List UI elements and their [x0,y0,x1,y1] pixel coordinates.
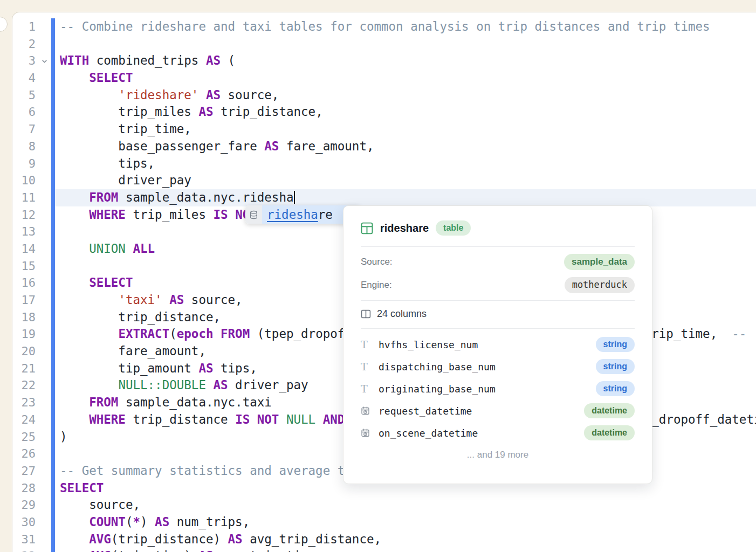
datetime-type-icon [361,406,373,416]
line-number[interactable]: 5 [12,87,37,104]
line-number[interactable]: 22 [12,377,37,394]
column-type-badge: string [596,359,635,374]
code-line[interactable]: 32 AVG(trip_time) AS avg_trip_time, [12,548,756,552]
column-row: Thvfhs_license_numstring [361,336,635,353]
code-token: avg_trip_time, [213,549,322,552]
line-number[interactable]: 20 [12,343,37,360]
code-line-text[interactable]: driver_pay [55,172,756,189]
engine-label: Engine: [361,280,392,291]
line-number[interactable]: 12 [12,206,37,224]
code-line-text[interactable]: FROM sample_data.nyc.ridesha [55,189,756,206]
code-line-text[interactable]: AVG(trip_time) AS avg_trip_time, [55,548,756,552]
code-token: tips, [60,156,155,170]
code-token: (trip_time) [111,549,199,552]
code-line[interactable]: 7 trip_time, [12,121,756,138]
line-number[interactable]: 10 [12,172,37,189]
line-number[interactable]: 26 [12,445,37,463]
table-card-header: rideshare table [361,220,635,236]
code-token: source, [184,293,242,307]
code-line-text[interactable]: trip_miles AS trip_distance, [55,104,756,121]
code-line[interactable]: 9 tips, [12,155,756,172]
fold-chevron-icon[interactable] [37,52,51,70]
code-token [60,549,89,552]
code-line-text[interactable]: SELECT [55,70,756,87]
code-line-text[interactable] [55,36,756,53]
fold-gutter [37,326,51,343]
code-line[interactable]: 2 [12,36,756,53]
line-number[interactable]: 13 [12,223,37,240]
line-number[interactable]: 30 [12,514,37,531]
code-token: 'rideshare' [118,88,198,102]
code-line[interactable]: 30 COUNT(*) AS num_trips, [12,514,756,531]
datetime-type-icon [361,428,370,438]
line-number[interactable]: 23 [12,394,37,411]
line-number[interactable]: 21 [12,360,37,377]
code-line[interactable]: 10 driver_pay [12,172,756,189]
code-line-text[interactable]: AVG(trip_distance) AS avg_trip_distance, [55,531,756,548]
line-number[interactable]: 25 [12,429,37,446]
fold-gutter [37,274,51,292]
code-line[interactable]: 4 SELECT [12,70,756,87]
gutter-change-bar [51,87,55,104]
code-line-text[interactable]: WITH combined_trips AS ( [55,52,756,70]
code-line[interactable]: 29 source, [12,496,756,514]
code-line[interactable]: 6 trip_miles AS trip_distance, [12,104,756,121]
line-number[interactable]: 29 [12,496,37,514]
code-token: AVG [89,532,111,546]
line-number[interactable]: 11 [12,189,37,206]
line-number[interactable]: 15 [12,258,37,275]
line-number[interactable]: 19 [12,326,37,343]
code-line[interactable]: 5 'rideshare' AS source, [12,87,756,104]
line-number[interactable]: 6 [12,104,37,121]
line-number[interactable]: 27 [12,463,37,480]
line-number[interactable]: 7 [12,121,37,138]
line-number[interactable]: 1 [12,18,37,36]
code-line[interactable]: 31 AVG(trip_distance) AS avg_trip_distan… [12,531,756,548]
code-token: FROM [221,327,250,341]
line-number[interactable]: 28 [12,480,37,497]
line-number[interactable]: 2 [12,36,37,53]
line-number[interactable]: 32 [12,548,37,552]
code-line[interactable]: 11 FROM sample_data.nyc.ridesha [12,189,756,206]
code-line[interactable]: 1-- Combine rideshare and taxi tables fo… [12,18,756,36]
gutter-change-bar [51,394,55,411]
line-number[interactable]: 9 [12,155,37,172]
column-type-badge: datetime [584,425,635,440]
line-number[interactable]: 18 [12,309,37,326]
code-line-text[interactable]: tips, [55,155,756,172]
gutter-change-bar [51,206,55,224]
code-line-text[interactable]: 'rideshare' AS source, [55,87,756,104]
code-token: FROM [89,395,118,409]
fold-gutter [37,463,51,480]
code-line-text[interactable]: trip_time, [55,121,756,138]
code-line-text[interactable]: base_passenger_fare AS fare_amount, [55,138,756,155]
line-number[interactable]: 8 [12,138,37,155]
code-line-text[interactable]: COUNT(*) AS num_trips, [55,514,756,531]
line-number[interactable]: 3 [12,52,37,70]
gutter-change-bar [51,463,55,480]
gutter-change-bar [51,548,55,552]
source-row: Source: sample_data [361,254,635,270]
code-token: IS [235,412,250,426]
code-line-text[interactable]: -- Combine rideshare and taxi tables for… [55,18,756,36]
code-token: source, [221,88,279,102]
line-number[interactable]: 17 [12,292,37,309]
code-line-text[interactable]: source, [55,496,756,514]
fold-gutter [37,377,51,394]
line-number[interactable]: 24 [12,411,37,429]
fold-gutter [37,445,51,463]
line-number[interactable]: 14 [12,240,37,258]
gutter-change-bar [51,274,55,292]
code-line[interactable]: 3WITH combined_trips AS ( [12,52,756,70]
fold-gutter [37,189,51,206]
code-token [60,515,89,529]
table-info-card: rideshare table Source: sample_data Engi… [343,205,652,484]
panel-collapse-handle[interactable] [0,17,8,32]
code-token: driver_pay [228,378,308,392]
fold-gutter [37,18,51,36]
line-number[interactable]: 16 [12,274,37,292]
line-number[interactable]: 31 [12,531,37,548]
code-token: trip_distance [126,412,235,426]
line-number[interactable]: 4 [12,70,37,87]
code-line[interactable]: 8 base_passenger_fare AS fare_amount, [12,138,756,155]
